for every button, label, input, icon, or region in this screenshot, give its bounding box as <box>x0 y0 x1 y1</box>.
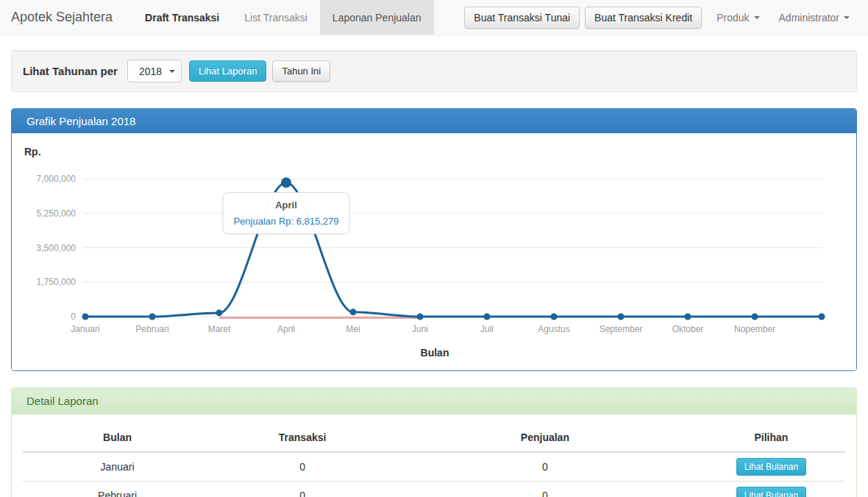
svg-text:7,000,000: 7,000,000 <box>37 174 77 184</box>
chart-wrapper: 01,750,0003,500,0005,250,0007,000,000Rp.… <box>23 142 845 363</box>
cell-bulan: Pebruari <box>23 482 212 497</box>
svg-text:3,500,000: 3,500,000 <box>37 243 77 253</box>
svg-text:Januari: Januari <box>71 324 99 334</box>
cell-penjualan: 0 <box>393 482 697 497</box>
svg-text:Rp.: Rp. <box>24 146 41 158</box>
year-select[interactable]: 2018 <box>127 60 182 82</box>
table-header-row: Bulan Transaksi Penjualan Pilihan <box>23 423 845 452</box>
tahun-ini-button[interactable]: Tahun Ini <box>272 60 330 82</box>
select-arrow-icon <box>169 70 175 73</box>
lihat-bulanan-button[interactable]: Lihat Bulanan <box>736 487 806 497</box>
chevron-down-icon <box>844 16 850 19</box>
svg-text:5,250,000: 5,250,000 <box>37 208 77 219</box>
svg-text:Juli: Juli <box>480 324 494 334</box>
app-brand[interactable]: Apotek Sejahtera <box>0 0 124 35</box>
svg-text:0: 0 <box>71 311 76 322</box>
year-filter-bar: Lihat Tahunan per 2018 Lihat Laporan Tah… <box>11 50 857 92</box>
chevron-down-icon <box>754 16 760 19</box>
buat-transaksi-tunai-button[interactable]: Buat Transaksi Tunai <box>464 7 580 29</box>
chart-panel-body: 01,750,0003,500,0005,250,0007,000,000Rp.… <box>12 133 856 370</box>
col-header-bulan: Bulan <box>23 423 212 452</box>
administrator-dropdown-label: Administrator <box>779 12 839 24</box>
nav-item-laporan-penjualan[interactable]: Laponan Penjualan <box>320 0 434 35</box>
nav-item-list-transaksi[interactable]: List Transaksi <box>232 0 320 35</box>
svg-text:Juni: Juni <box>412 324 428 334</box>
cell-transaksi: 0 <box>212 452 393 482</box>
detail-panel-title: Detail Laporan <box>12 388 856 415</box>
svg-text:Pebruari: Pebruari <box>135 324 168 334</box>
svg-text:Mei: Mei <box>346 324 360 334</box>
svg-text:April: April <box>277 324 295 334</box>
lihat-bulanan-button[interactable]: Lihat Bulanan <box>736 458 806 476</box>
year-select-value: 2018 <box>139 66 162 77</box>
col-header-penjualan: Penjualan <box>393 423 697 452</box>
col-header-transaksi: Transaksi <box>212 423 393 452</box>
year-filter-label: Lihat Tahunan per <box>23 65 118 77</box>
col-header-pilihan: Pilihan <box>697 423 845 452</box>
table-row: Pebruari 0 0 Lihat Bulanan <box>23 482 845 497</box>
svg-text:Oktober: Oktober <box>672 324 704 334</box>
administrator-dropdown[interactable]: Administrator <box>769 12 859 24</box>
svg-text:September: September <box>600 324 643 334</box>
cell-transaksi: 0 <box>212 482 393 497</box>
navbar-right: Buat Transaksi Tunai Buat Transaksi Kred… <box>464 0 868 35</box>
detail-laporan-panel: Detail Laporan Bulan Transaksi Penjualan… <box>11 387 857 497</box>
table-row: Januari 0 0 Lihat Bulanan <box>23 452 845 482</box>
lihat-laporan-button[interactable]: Lihat Laporan <box>189 60 267 82</box>
nav-item-draft-transaksi[interactable]: Draft Transaksi <box>132 0 232 35</box>
detail-panel-body: Bulan Transaksi Penjualan Pilihan Januar… <box>12 415 856 497</box>
svg-text:Maret: Maret <box>208 324 231 334</box>
sales-line-chart[interactable]: 01,750,0003,500,0005,250,0007,000,000Rp.… <box>23 142 845 363</box>
svg-text:1,750,000: 1,750,000 <box>37 277 77 287</box>
svg-text:Agustus: Agustus <box>538 324 569 334</box>
chart-panel-title: Grafik Penjualan 2018 <box>12 109 856 133</box>
cell-penjualan: 0 <box>393 452 697 482</box>
produk-dropdown-label: Produk <box>716 12 749 24</box>
monthly-report-table: Bulan Transaksi Penjualan Pilihan Januar… <box>23 423 845 497</box>
produk-dropdown[interactable]: Produk <box>707 12 769 24</box>
main-nav: Draft Transaksi List Transaksi Laponan P… <box>132 0 433 35</box>
sales-chart-panel: Grafik Penjualan 2018 01,750,0003,500,00… <box>11 108 857 371</box>
svg-text:Bulan: Bulan <box>421 347 449 359</box>
top-navbar: Apotek Sejahtera Draft Transaksi List Tr… <box>0 0 868 35</box>
buat-transaksi-kredit-button[interactable]: Buat Transaksi Kredit <box>585 7 702 29</box>
svg-text:Nopember: Nopember <box>734 324 775 334</box>
cell-bulan: Januari <box>23 452 212 482</box>
